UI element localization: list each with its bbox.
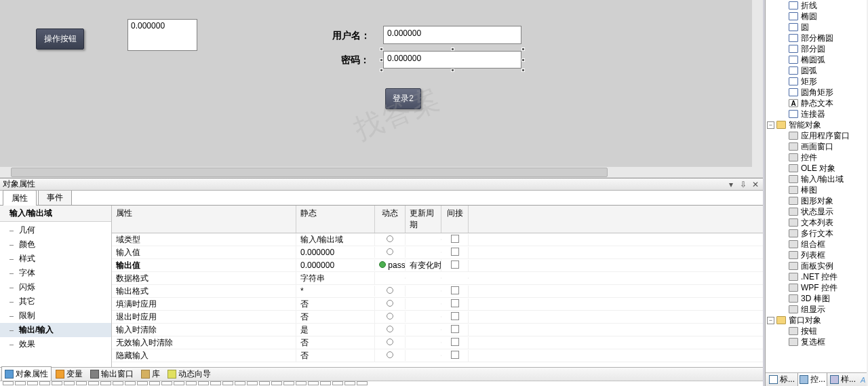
checkbox-icon[interactable] <box>451 338 459 346</box>
palette-item[interactable]: 圆弧 <box>766 65 867 76</box>
bulb-icon[interactable] <box>387 326 393 332</box>
palette-item[interactable]: 图形对象 <box>766 195 867 206</box>
property-row[interactable]: 数据格式字符串 <box>112 272 763 285</box>
category-item[interactable]: 其它 <box>0 294 111 309</box>
property-row[interactable]: 输入值0.000000 <box>112 246 763 259</box>
tab-events[interactable]: 事件 <box>38 189 72 205</box>
bulb-icon[interactable] <box>387 235 393 242</box>
category-item[interactable]: 限制 <box>0 309 111 323</box>
checkbox-icon[interactable] <box>451 351 459 359</box>
palette-item[interactable]: 控件 <box>766 152 867 163</box>
palette-item[interactable]: 椭圆 <box>766 11 867 22</box>
palette-item[interactable]: 文本列表 <box>766 217 867 228</box>
checkbox-icon[interactable] <box>451 248 459 256</box>
bulb-icon[interactable] <box>387 313 393 320</box>
bulb-icon[interactable] <box>387 287 393 294</box>
property-row[interactable]: 无效输入时清除否 <box>112 336 763 349</box>
col-dynamic[interactable]: 动态 <box>375 206 406 233</box>
property-row[interactable]: 域类型输入/输出域 <box>112 233 763 246</box>
palette-group[interactable]: −窗口对象 <box>766 315 867 326</box>
palette-tab[interactable]: 标... <box>767 372 797 386</box>
palette-item[interactable]: 列表框 <box>766 250 867 260</box>
property-row[interactable]: 输入时清除是 <box>112 324 763 336</box>
palette-item[interactable]: 椭圆弧 <box>766 54 867 65</box>
palette-item[interactable]: 组显示 <box>766 304 867 315</box>
io-field-password[interactable]: 0.000000 <box>383 51 521 69</box>
checkbox-icon[interactable] <box>451 286 459 294</box>
login-button[interactable]: 登录2 <box>385 88 421 109</box>
checkbox-icon[interactable] <box>451 325 459 333</box>
palette-item[interactable]: 折线 <box>766 0 867 11</box>
palette-item[interactable]: 输入/输出域 <box>766 174 867 185</box>
design-canvas[interactable]: 操作按钮 0.000000 用户名： 密码： 0.000000 0.000000… <box>0 0 752 167</box>
pin-icon[interactable]: ⇩ <box>738 180 748 189</box>
property-row[interactable]: 输出值0.000000 passwo有变化时 <box>112 259 763 272</box>
bottom-tab[interactable]: 变量 <box>52 366 86 382</box>
palette-item[interactable]: 连接器 <box>766 109 867 119</box>
palette-overflow-icon[interactable]: A <box>859 374 867 385</box>
palette-item[interactable]: 棒图 <box>766 185 867 195</box>
category-item[interactable]: 效果 <box>0 337 111 351</box>
bottom-tab[interactable]: 输出窗口 <box>87 366 137 382</box>
col-static[interactable]: 静态 <box>296 206 375 233</box>
palette-item[interactable]: 圆角矩形 <box>766 87 867 98</box>
palette-item[interactable]: 状态显示 <box>766 206 867 217</box>
property-row[interactable]: 填满时应用否 <box>112 298 763 311</box>
palette-item[interactable]: 多行文本 <box>766 228 867 239</box>
property-row[interactable]: 隐藏输入否 <box>112 349 763 362</box>
palette-item[interactable]: .NET 控件 <box>766 271 867 282</box>
checkbox-icon[interactable] <box>451 235 459 243</box>
io-field-password-selected[interactable]: 0.000000 <box>382 50 523 70</box>
category-item[interactable]: 输出/输入 <box>0 323 111 337</box>
palette-item[interactable]: 部分圆 <box>766 43 867 54</box>
bulb-icon[interactable] <box>387 351 393 358</box>
palette-group[interactable]: −智能对象 <box>766 119 867 130</box>
palette-item[interactable]: 面板实例 <box>766 260 867 271</box>
palette-item[interactable]: 组合框 <box>766 239 867 250</box>
expander-icon[interactable]: − <box>767 317 774 324</box>
bulb-icon[interactable] <box>387 248 393 255</box>
palette-item[interactable]: A静态文本 <box>766 98 867 109</box>
category-item[interactable]: 样式 <box>0 252 111 266</box>
palette-item[interactable]: 复选框 <box>766 336 867 347</box>
canvas-vscrollbar[interactable] <box>752 0 763 167</box>
window-menu-icon[interactable]: ▾ <box>726 180 736 189</box>
io-field-username[interactable]: 0.000000 <box>383 26 521 44</box>
category-item[interactable]: 闪烁 <box>0 280 111 294</box>
operation-button[interactable]: 操作按钮 <box>36 28 84 50</box>
property-row[interactable]: 退出时应用否 <box>112 311 763 324</box>
col-update[interactable]: 更新周期 <box>406 206 441 233</box>
io-field-1[interactable]: 0.000000 <box>127 19 197 51</box>
bulb-icon[interactable] <box>387 339 393 345</box>
palette-item[interactable]: 画面窗口 <box>766 141 867 152</box>
checkbox-icon[interactable] <box>451 260 459 269</box>
checkbox-icon[interactable] <box>451 299 459 307</box>
palette-item[interactable]: 圆 <box>766 22 867 33</box>
bottom-tab[interactable]: 动态向导 <box>164 366 214 382</box>
property-row[interactable]: 输出格式* <box>112 285 763 298</box>
category-item[interactable]: 颜色 <box>0 237 111 252</box>
palette-item[interactable]: 部分椭圆 <box>766 33 867 43</box>
close-icon[interactable]: ✕ <box>751 180 760 189</box>
bulb-green-icon[interactable] <box>379 261 386 268</box>
palette-item[interactable]: 按钮 <box>766 326 867 336</box>
expander-icon[interactable]: − <box>767 121 774 129</box>
palette-item[interactable]: 3D 棒图 <box>766 293 867 304</box>
category-item[interactable]: 几何 <box>0 223 111 237</box>
palette-tab[interactable]: 样... <box>828 372 858 386</box>
palette-item[interactable]: WPF 控件 <box>766 282 867 293</box>
color-strip[interactable] <box>0 381 763 386</box>
palette-item[interactable]: OLE 对象 <box>766 163 867 174</box>
bottom-tab[interactable]: 库 <box>138 366 163 382</box>
canvas-hscrollbar[interactable] <box>0 167 763 178</box>
category-item[interactable]: 字体 <box>0 266 111 280</box>
palette-item[interactable]: 应用程序窗口 <box>766 130 867 141</box>
checkbox-icon[interactable] <box>451 312 459 320</box>
tab-properties[interactable]: 属性 <box>3 190 37 206</box>
palette-item[interactable]: 矩形 <box>766 76 867 87</box>
bottom-tab[interactable]: 对象属性 <box>1 366 52 382</box>
col-indirect[interactable]: 间接 <box>441 206 469 233</box>
bulb-icon[interactable] <box>387 300 393 307</box>
col-attribute[interactable]: 属性 <box>112 206 296 233</box>
palette-tab[interactable]: 控... <box>797 372 827 386</box>
